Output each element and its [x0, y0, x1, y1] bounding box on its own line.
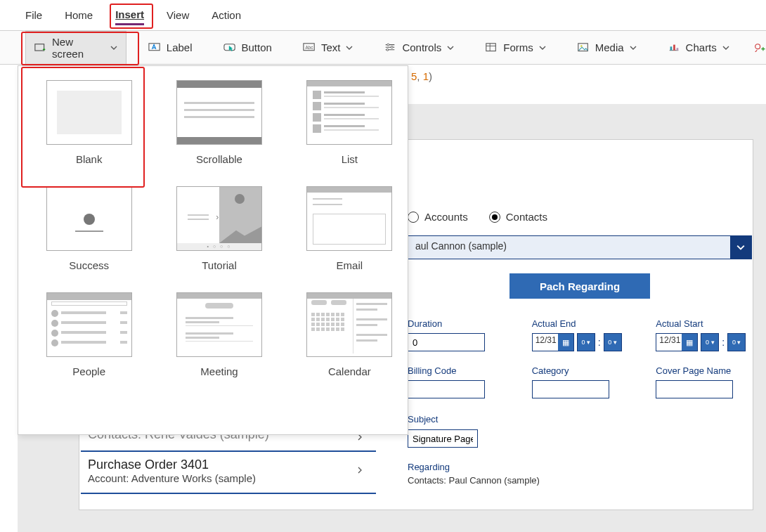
new-screen-icon: [34, 42, 46, 53]
ribbon: New screen Label Button Abc Text Control…: [0, 31, 766, 65]
calendar-icon: ▦: [558, 334, 573, 351]
template-scrollable-thumb: [176, 80, 262, 145]
field-billing-code: Billing Code: [408, 365, 504, 398]
media-dropdown[interactable]: Media: [568, 37, 646, 58]
chevron-down-icon: [447, 44, 454, 51]
template-email[interactable]: Email: [299, 186, 401, 271]
button-icon: [223, 42, 236, 53]
chevron-right-icon: [356, 467, 363, 474]
chevron-down-icon: [722, 44, 729, 51]
template-tutorial-label: Tutorial: [202, 259, 236, 271]
radio-accounts-label: Accounts: [424, 211, 468, 223]
field-subject: Subject: [408, 413, 752, 448]
radio-contacts-label: Contacts: [506, 211, 547, 223]
actual-end-date[interactable]: 12/31▦: [532, 333, 574, 351]
contact-dropdown-value: aul Cannon (sample): [408, 236, 730, 259]
forms-dropdown[interactable]: Forms: [476, 37, 555, 58]
menu-action[interactable]: Action: [212, 6, 241, 24]
radio-accounts[interactable]: Accounts: [408, 211, 468, 223]
button-button[interactable]: Button: [214, 37, 281, 58]
controls-dropdown[interactable]: Controls: [375, 37, 463, 58]
field-actual-end-label: Actual End: [532, 318, 628, 329]
svg-rect-8: [486, 44, 495, 51]
template-success-label: Success: [69, 259, 109, 271]
template-scrollable-label: Scrollable: [196, 153, 242, 165]
template-meeting[interactable]: Meeting: [168, 292, 270, 377]
patch-regarding-button[interactable]: Pach Regarding: [509, 273, 650, 299]
regarding-display: Regarding Contacts: Paul Cannon (sample): [408, 462, 752, 486]
template-success[interactable]: Success: [38, 186, 140, 271]
billing-code-input[interactable]: [408, 380, 485, 398]
chevron-down-icon: [110, 44, 117, 51]
cover-page-input[interactable]: [656, 380, 733, 398]
icons-button-icon[interactable]: [754, 42, 766, 53]
template-blank[interactable]: Blank: [38, 80, 140, 165]
actual-start-min[interactable]: 0 ▾: [727, 333, 746, 351]
contact-dropdown[interactable]: aul Cannon (sample): [408, 235, 752, 259]
field-actual-start-label: Actual Start: [656, 318, 752, 329]
text-dropdown[interactable]: Abc Text: [294, 37, 363, 58]
actual-start-hour[interactable]: 0 ▾: [701, 333, 719, 351]
svg-point-7: [387, 49, 389, 51]
svg-rect-11: [670, 47, 672, 51]
charts-dropdown[interactable]: Charts: [658, 37, 739, 58]
regarding-label: Regarding: [408, 462, 752, 472]
detail-form: Accounts Contacts aul Cannon (sample) Pa…: [408, 211, 752, 486]
entity-radios: Accounts Contacts: [408, 211, 752, 223]
formula-bar-fragment: 5, 1): [411, 70, 432, 83]
svg-point-14: [755, 44, 760, 48]
category-input[interactable]: [532, 380, 609, 398]
menu-view[interactable]: View: [167, 6, 189, 24]
actual-start-date[interactable]: 12/31▦: [656, 333, 698, 351]
duration-input[interactable]: [408, 333, 485, 351]
controls-label: Controls: [402, 41, 441, 53]
charts-icon: [668, 42, 680, 53]
template-success-thumb: [46, 186, 132, 251]
label-icon: [148, 42, 161, 53]
field-duration-label: Duration: [408, 318, 504, 329]
template-list[interactable]: List: [299, 80, 401, 165]
records-list: Contacts: Rene Valdes (sample) Purchase …: [81, 427, 376, 494]
controls-icon: [384, 42, 396, 53]
media-label: Media: [595, 41, 624, 53]
chevron-down-icon: [346, 44, 353, 51]
template-tutorial[interactable]: ›• ○ ○ ○ Tutorial: [168, 186, 270, 271]
actual-end-hour[interactable]: 0 ▾: [577, 333, 595, 351]
template-calendar[interactable]: Calendar: [299, 292, 401, 377]
svg-point-10: [580, 45, 583, 47]
menu-home[interactable]: Home: [65, 6, 93, 24]
button-text: Button: [242, 41, 272, 53]
template-people[interactable]: People: [38, 292, 140, 377]
field-billing-code-label: Billing Code: [408, 365, 504, 376]
forms-icon: [485, 42, 498, 53]
subject-input[interactable]: [408, 429, 478, 448]
svg-rect-0: [35, 44, 44, 50]
menu-insert[interactable]: Insert: [115, 6, 144, 25]
charts-label: Charts: [686, 41, 717, 53]
menu-file[interactable]: File: [25, 6, 42, 24]
template-calendar-label: Calendar: [328, 365, 371, 377]
template-email-label: Email: [337, 259, 363, 271]
chevron-down-icon: [630, 44, 637, 51]
regarding-value: Contacts: Paul Cannon (sample): [408, 475, 752, 486]
label-button[interactable]: Label: [139, 37, 202, 58]
actual-end-min[interactable]: 0 ▾: [604, 333, 622, 351]
new-screen-button[interactable]: New screen: [25, 31, 126, 65]
template-blank-thumb: [46, 80, 132, 145]
field-category-label: Category: [532, 365, 628, 376]
field-duration: Duration: [408, 318, 504, 351]
media-icon: [577, 42, 590, 53]
list-item[interactable]: Purchase Order 3401 Account: Adventure W…: [81, 452, 376, 494]
new-screen-label: New screen: [52, 36, 105, 60]
chevron-down-icon: [539, 44, 546, 51]
template-people-label: People: [72, 365, 105, 377]
radio-contacts[interactable]: Contacts: [489, 211, 547, 223]
template-email-thumb: [306, 186, 392, 251]
template-people-thumb: [46, 292, 132, 357]
list-item-subtitle: Account: Adventure Works (sample): [88, 472, 369, 484]
text-icon: Abc: [303, 42, 316, 53]
field-subject-label: Subject: [408, 414, 438, 424]
svg-rect-12: [673, 45, 675, 51]
svg-point-5: [387, 44, 389, 46]
template-scrollable[interactable]: Scrollable: [168, 80, 270, 165]
